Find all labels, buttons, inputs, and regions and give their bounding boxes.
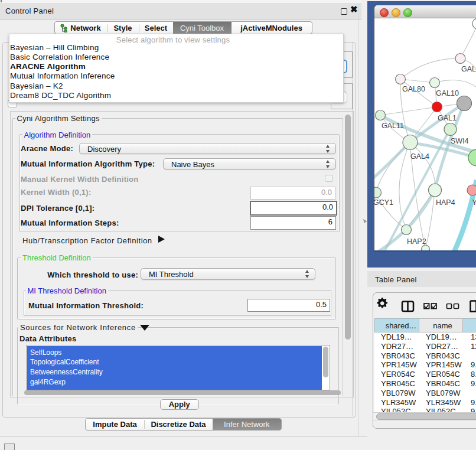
- svg-text:GAL11: GAL11: [382, 122, 404, 130]
- svg-text:HAP4: HAP4: [436, 198, 455, 207]
- svg-text:GAL: GAL: [461, 65, 476, 73]
- svg-text:GAL10: GAL10: [436, 89, 459, 97]
- svg-text:HAP2: HAP2: [407, 237, 426, 246]
- svg-text:SWI4: SWI4: [451, 137, 469, 145]
- svg-text:GAL80: GAL80: [402, 85, 425, 93]
- svg-text:GCY1: GCY1: [374, 198, 393, 207]
- svg-text:Y: Y: [472, 198, 476, 207]
- svg-text:GAL1: GAL1: [438, 114, 457, 122]
- svg-text:GAL4: GAL4: [410, 152, 429, 161]
